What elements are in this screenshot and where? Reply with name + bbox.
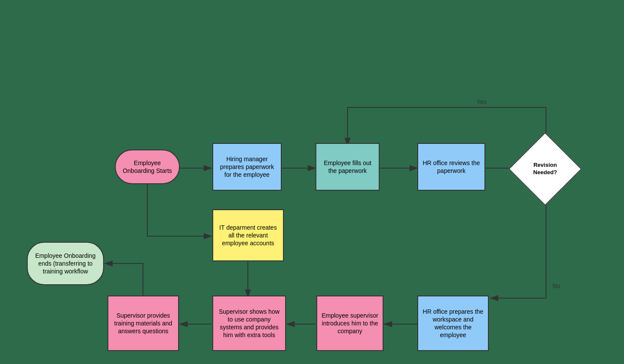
employee-fills-label: Employee fills out the paperwork <box>320 159 375 175</box>
svg-text:No: No <box>552 283 560 289</box>
employee-supervisor-node: Employee supervisor introduces him to th… <box>316 296 384 351</box>
revision-label: Revision Needed? <box>523 162 567 176</box>
hiring-manager-node: Hiring manager prepares paperwork for th… <box>212 143 282 191</box>
end-node: Employee Onboarding ends (transferring t… <box>27 242 104 285</box>
it-dept-node: IT deparment creates all the relevant em… <box>212 209 284 261</box>
start-node: Employee Onboarding Starts <box>115 150 180 184</box>
hr-prepares-label: HR office prepares the workspace and wel… <box>422 308 484 339</box>
hr-reviews-node: HR office reviews the paperwork <box>417 143 485 191</box>
flowchart: Yes No Employee Onboarding Starts Hiring… <box>0 0 624 364</box>
svg-text:Yes: Yes <box>477 98 487 105</box>
supervisor-training-node: Supervisor provides training materials a… <box>107 296 179 351</box>
supervisor-shows-node: Supervisor shows how to use company syst… <box>212 296 286 351</box>
hr-prepares-node: HR office prepares the workspace and wel… <box>417 296 489 351</box>
revision-diamond: Revision Needed? <box>508 132 582 206</box>
it-dept-label: IT deparment creates all the relevant em… <box>217 224 280 247</box>
supervisor-shows-label: Supervisor shows how to use company syst… <box>217 308 282 339</box>
employee-fills-node: Employee fills out the paperwork <box>315 143 380 191</box>
hiring-manager-label: Hiring manager prepares paperwork for th… <box>217 155 277 179</box>
supervisor-training-label: Supervisor provides training materials a… <box>112 312 175 335</box>
end-label: Employee Onboarding ends (transferring t… <box>31 252 100 276</box>
start-label: Employee Onboarding Starts <box>119 159 176 175</box>
hr-reviews-label: HR office reviews the paperwork <box>422 159 481 175</box>
employee-supervisor-label: Employee supervisor introduces him to th… <box>321 312 379 335</box>
